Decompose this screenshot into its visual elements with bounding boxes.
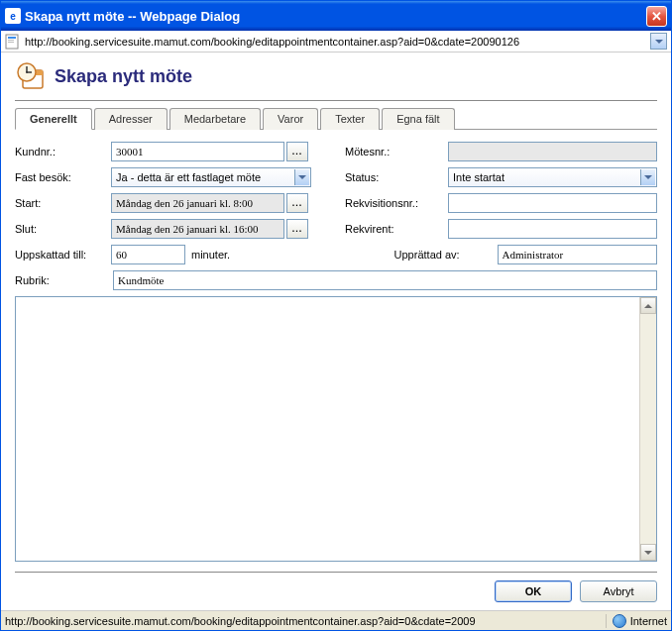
slut-picker-button[interactable]: ... [286,219,308,239]
scroll-down-button[interactable] [640,544,656,561]
scroll-track[interactable] [640,314,656,544]
url-dropdown-button[interactable] [650,33,667,50]
window-title: Skapa nytt möte -- Webpage Dialog [25,9,646,24]
clock-calendar-icon [15,60,47,92]
page-title: Skapa nytt möte [55,66,192,87]
tab-varor[interactable]: Varor [263,108,318,130]
svg-rect-1 [8,37,16,39]
chevron-down-icon [644,551,652,555]
status-bar: http://booking.servicesuite.mamut.com/bo… [1,610,671,630]
start-input[interactable] [111,193,284,213]
upprattad-label: Upprättad av: [394,249,496,261]
close-icon: ✕ [651,9,662,24]
svg-rect-2 [8,40,14,41]
rekvisitionsnr-label: Rekvisitionsnr.: [345,197,446,209]
close-button[interactable]: ✕ [646,6,667,27]
fastbesok-value: Ja - detta är ett fastlaget möte [116,171,306,183]
globe-icon [613,614,626,628]
slut-label: Slut: [15,223,109,235]
chevron-down-icon [298,175,306,179]
dialog-footer: OK Avbryt [15,572,657,602]
status-label: Status: [345,171,446,183]
motesnr-label: Mötesnr.: [345,146,446,158]
ok-button[interactable]: OK [495,580,572,602]
uppskattad-label: Uppskattad till: [15,249,109,261]
kundnr-label: Kundnr.: [15,146,109,158]
rekvisitionsnr-input[interactable] [448,193,657,213]
scrollbar[interactable] [639,297,656,561]
rubrik-label: Rubrik: [15,274,109,286]
form-row-kundnr: Kundnr.: ... Mötesnr.: [15,142,657,161]
security-zone: Internet [606,614,667,628]
start-picker-button[interactable]: ... [286,193,308,213]
uppskattad-input[interactable] [111,245,185,264]
tab-generellt[interactable]: Generellt [15,108,92,130]
dialog-window: e Skapa nytt möte -- Webpage Dialog ✕ ht… [0,0,672,631]
form-row-slut: Slut: ... Rekvirent: [15,219,657,239]
form-row-uppskattad: Uppskattad till: minuter. Upprättad av: [15,245,657,264]
form-row-start: Start: ... Rekvisitionsnr.: [15,193,657,213]
page-header: Skapa nytt möte [15,60,657,92]
start-label: Start: [15,197,109,209]
rekvirent-input[interactable] [448,219,657,239]
form-row-rubrik: Rubrik: [15,270,657,290]
status-select[interactable]: Inte startat [448,167,657,187]
tab-adresser[interactable]: Adresser [94,108,168,130]
uppskattad-unit: minuter. [187,249,230,261]
cancel-button[interactable]: Avbryt [580,580,657,602]
statusbar-url: http://booking.servicesuite.mamut.com/bo… [5,615,606,627]
ie-page-icon [5,34,21,50]
zone-label: Internet [630,615,667,627]
ie-page-icon: e [5,8,21,24]
upprattad-input[interactable] [498,245,657,264]
tab-bar: Generellt Adresser Medarbetare Varor Tex… [15,107,657,130]
dropdown-button [640,169,655,185]
svg-point-9 [26,71,28,73]
status-value: Inte startat [453,171,652,183]
kundnr-input[interactable] [111,142,284,161]
kundnr-picker-button[interactable]: ... [286,142,308,161]
fastbesok-select[interactable]: Ja - detta är ett fastlaget möte [111,167,311,187]
motesnr-input [448,142,657,161]
fastbesok-label: Fast besök: [15,171,109,183]
titlebar: e Skapa nytt möte -- Webpage Dialog ✕ [1,1,671,31]
chevron-down-icon [655,40,663,44]
rekvirent-label: Rekvirent: [345,223,446,235]
tab-texter[interactable]: Texter [320,108,380,130]
notes-textarea[interactable] [16,297,639,561]
slut-input[interactable] [111,219,284,239]
rubrik-input[interactable] [113,270,657,290]
url-text: http://booking.servicesuite.mamut.com/bo… [25,36,650,48]
header-divider [15,100,657,101]
tab-medarbetare[interactable]: Medarbetare [169,108,261,130]
content-area: Skapa nytt möte Generellt Adresser Medar… [1,53,671,610]
svg-rect-3 [8,42,14,43]
address-bar: http://booking.servicesuite.mamut.com/bo… [1,31,671,53]
chevron-up-icon [644,304,652,308]
notes-area [15,296,657,562]
dropdown-button [294,169,309,185]
scroll-up-button[interactable] [640,297,656,314]
form-row-fastbesok: Fast besök: Ja - detta är ett fastlaget … [15,167,657,187]
chevron-down-icon [644,175,652,179]
tab-egna-falt[interactable]: Egna fält [382,108,454,130]
